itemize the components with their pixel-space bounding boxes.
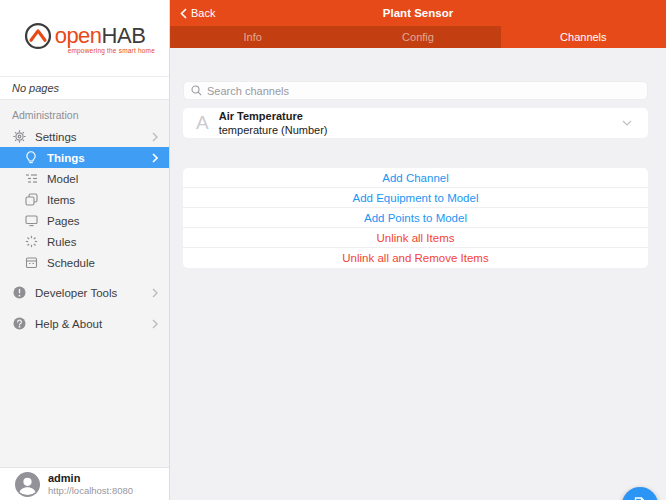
rules-sparkle-icon	[24, 235, 38, 248]
tab-info[interactable]: Info	[170, 26, 335, 48]
add-points-to-model-button[interactable]: Add Points to Model	[183, 208, 648, 228]
pages-monitor-icon	[24, 214, 38, 227]
sidebar-item-items[interactable]: Items	[0, 189, 169, 210]
logo-text: openHAB	[55, 23, 146, 49]
search-icon	[191, 85, 202, 96]
back-label: Back	[191, 7, 215, 19]
tabbar: Info Config Channels	[170, 26, 666, 48]
channels-content: A Air Temperature temperature (Number) A…	[170, 81, 666, 500]
tab-config[interactable]: Config	[335, 26, 500, 48]
channel-initial-letter: A	[196, 112, 209, 134]
sidebar-item-label: Schedule	[47, 257, 95, 269]
chevron-left-icon	[180, 8, 187, 19]
chevron-right-icon	[152, 153, 158, 163]
sidebar-item-label: Items	[47, 194, 75, 206]
chevron-right-icon	[152, 319, 158, 329]
avatar	[15, 472, 40, 497]
sidebar-tools: Developer Tools Help & About	[0, 282, 169, 334]
chevron-down-icon[interactable]	[622, 120, 632, 126]
sidebar-item-label: Developer Tools	[35, 287, 117, 299]
sidebar: openHAB empowering the smart home No pag…	[0, 0, 170, 500]
logo-hab: HAB	[102, 23, 146, 48]
sidebar-item-label: Rules	[47, 236, 76, 248]
model-tree-icon	[24, 172, 38, 185]
items-copy-icon	[24, 193, 38, 206]
sidebar-item-label: Model	[47, 173, 78, 185]
page-title: Plant Sensor	[170, 7, 666, 19]
unlink-all-items-button[interactable]: Unlink all Items	[183, 228, 648, 248]
sidebar-item-schedule[interactable]: Schedule	[0, 252, 169, 273]
sidebar-item-label: Help & About	[35, 318, 102, 330]
profile-server-url: http://localhost:8080	[48, 485, 133, 496]
exclamation-circle-icon	[12, 286, 26, 299]
sidebar-item-rules[interactable]: Rules	[0, 231, 169, 252]
chevron-right-icon	[152, 132, 158, 142]
logo-tagline: empowering the smart home	[68, 47, 155, 54]
add-equipment-to-model-button[interactable]: Add Equipment to Model	[183, 188, 648, 208]
navbar: Back Plant Sensor	[170, 0, 666, 26]
sidebar-item-help-about[interactable]: Help & About	[0, 313, 169, 334]
search-bar[interactable]	[183, 81, 648, 100]
unlink-all-and-remove-items-button[interactable]: Unlink all and Remove Items	[183, 248, 648, 268]
sidebar-item-label: Things	[47, 152, 85, 164]
channel-item-air-temperature[interactable]: A Air Temperature temperature (Number)	[183, 108, 648, 138]
openhab-admin-app: openHAB empowering the smart home No pag…	[0, 0, 666, 500]
chevron-right-icon	[152, 288, 158, 298]
question-circle-icon	[12, 317, 26, 330]
gear-icon	[12, 130, 26, 143]
schedule-calendar-icon	[24, 256, 38, 269]
main-panel: Back Plant Sensor Info Config Channels A	[170, 0, 666, 500]
back-button[interactable]: Back	[180, 7, 215, 19]
sidebar-item-settings[interactable]: Settings	[0, 126, 169, 147]
add-thing-fab-button[interactable]	[622, 487, 658, 500]
no-pages-label: No pages	[0, 76, 169, 100]
sidebar-item-pages[interactable]: Pages	[0, 210, 169, 231]
profile-info: admin http://localhost:8080	[48, 472, 133, 497]
sidebar-item-model[interactable]: Model	[0, 168, 169, 189]
channel-actions-list: Add Channel Add Equipment to Model Add P…	[183, 168, 648, 268]
lightbulb-icon	[24, 151, 38, 164]
tab-channels[interactable]: Channels	[501, 26, 666, 48]
channel-text: Air Temperature temperature (Number)	[219, 109, 328, 138]
openhab-logo-icon	[24, 22, 52, 50]
logo-row: openHAB	[24, 22, 146, 50]
add-channel-button[interactable]: Add Channel	[183, 168, 648, 188]
sidebar-item-developer-tools[interactable]: Developer Tools	[0, 282, 169, 303]
profile-username: admin	[48, 472, 133, 485]
user-profile[interactable]: admin http://localhost:8080	[0, 467, 169, 500]
sidebar-item-label: Settings	[35, 131, 77, 143]
logo-open: open	[55, 23, 102, 48]
channel-subtitle: temperature (Number)	[219, 123, 328, 137]
sidebar-menu: Settings Things	[0, 126, 169, 273]
sidebar-item-label: Pages	[47, 215, 80, 227]
channel-title: Air Temperature	[219, 109, 328, 123]
sidebar-item-things[interactable]: Things	[0, 147, 169, 168]
search-input[interactable]	[207, 85, 627, 97]
openhab-logo: openHAB empowering the smart home	[0, 0, 169, 76]
administration-section-label: Administration	[0, 100, 169, 126]
